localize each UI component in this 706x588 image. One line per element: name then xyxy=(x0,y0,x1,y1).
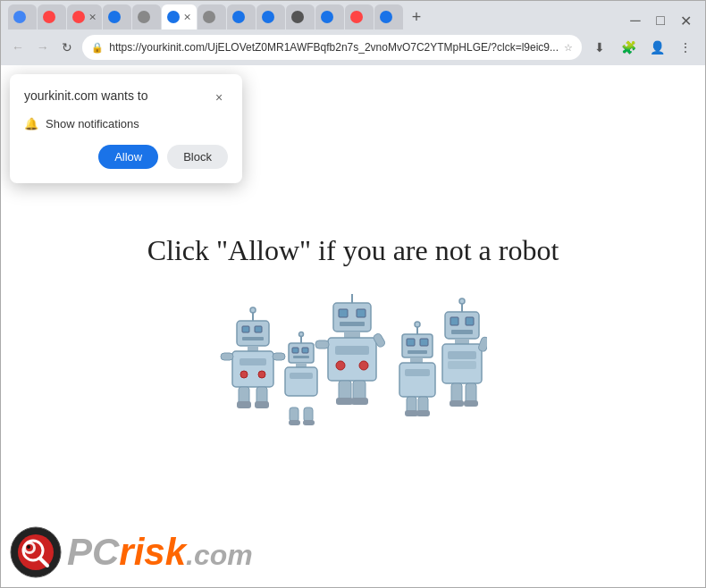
svg-rect-28 xyxy=(289,420,300,425)
svg-point-65 xyxy=(459,298,465,304)
tab-5[interactable] xyxy=(132,4,161,29)
address-bar[interactable]: 🔒 https://yourkinit.com/UjELOVetZ0MR1AWF… xyxy=(82,35,582,60)
nav-right-buttons: ⬇ 🧩 👤 ⋮ xyxy=(587,35,698,60)
svg-rect-24 xyxy=(285,367,317,396)
tab-active[interactable]: ⨯ xyxy=(162,4,197,29)
top-bar: ⨯ ⨯ xyxy=(1,1,705,65)
back-button[interactable]: ← xyxy=(8,35,28,60)
svg-rect-37 xyxy=(328,338,376,381)
svg-point-40 xyxy=(359,361,368,370)
tab-1[interactable] xyxy=(8,4,37,29)
svg-rect-49 xyxy=(420,339,428,346)
svg-rect-19 xyxy=(302,348,308,353)
pcrisk-com-text: .com xyxy=(186,539,253,572)
tab-favicon-8 xyxy=(232,11,245,23)
svg-rect-62 xyxy=(466,317,474,325)
tab-7[interactable] xyxy=(198,4,226,29)
svg-rect-13 xyxy=(237,401,251,408)
svg-rect-27 xyxy=(304,407,313,422)
page-heading: Click "Allow" if you are not a robot xyxy=(147,234,559,267)
svg-rect-33 xyxy=(340,322,365,326)
tab-favicon-10 xyxy=(291,11,304,23)
star-icon[interactable]: ☆ xyxy=(564,42,573,54)
new-tab-button[interactable]: + xyxy=(404,4,429,29)
tab-favicon-7 xyxy=(203,11,215,23)
notification-text: Show notifications xyxy=(46,117,139,130)
tab-12[interactable] xyxy=(345,4,374,29)
svg-rect-43 xyxy=(336,398,353,405)
svg-rect-50 xyxy=(408,350,427,354)
svg-rect-41 xyxy=(339,381,351,400)
tab-favicon-11 xyxy=(321,11,333,23)
tab-favicon-5 xyxy=(138,11,150,23)
restore-button[interactable]: □ xyxy=(651,12,669,29)
menu-button[interactable]: ⋮ xyxy=(673,35,698,60)
svg-rect-18 xyxy=(292,348,298,353)
download-button[interactable]: ⬇ xyxy=(587,35,612,60)
svg-point-10 xyxy=(258,371,265,378)
svg-rect-6 xyxy=(248,346,258,351)
address-text: https://yourkinit.com/UjELOVetZ0MR1AWFBq… xyxy=(109,41,559,54)
svg-rect-59 xyxy=(416,410,430,416)
svg-rect-3 xyxy=(242,337,264,340)
tab-13[interactable] xyxy=(374,4,403,29)
profile-button[interactable]: 👤 xyxy=(644,35,669,60)
svg-rect-45 xyxy=(315,340,329,349)
tab-favicon-13 xyxy=(380,11,392,23)
svg-rect-15 xyxy=(221,353,233,360)
svg-rect-0 xyxy=(237,321,269,346)
page-content: yourkinit.com wants to × 🔔 Show notifica… xyxy=(1,65,705,587)
svg-point-22 xyxy=(299,332,304,336)
pcrisk-icon xyxy=(10,526,62,578)
svg-point-79 xyxy=(27,545,30,549)
tab-10[interactable] xyxy=(286,4,315,29)
nav-bar: ← → ↻ 🔒 https://yourkinit.com/UjELOVetZ0… xyxy=(1,29,705,65)
tab-favicon-1 xyxy=(13,11,26,23)
lock-icon: 🔒 xyxy=(91,42,104,54)
tab-favicon-4 xyxy=(108,11,121,23)
svg-rect-72 xyxy=(450,400,464,407)
svg-rect-2 xyxy=(255,326,262,332)
tab-favicon-3 xyxy=(72,11,85,23)
svg-rect-1 xyxy=(242,326,249,332)
svg-rect-68 xyxy=(448,351,476,359)
svg-rect-36 xyxy=(344,332,360,338)
tab-favicon-2 xyxy=(43,11,55,23)
svg-rect-63 xyxy=(451,330,473,334)
tab-8[interactable] xyxy=(227,4,256,29)
tab-3[interactable]: ⨯ xyxy=(67,4,102,29)
svg-rect-66 xyxy=(455,339,469,344)
tab-favicon-active xyxy=(167,11,180,23)
pcrisk-risk-text: risk xyxy=(119,531,186,574)
tab-close-active[interactable]: ⨯ xyxy=(183,12,191,23)
svg-rect-8 xyxy=(240,358,266,365)
svg-point-39 xyxy=(336,361,345,370)
tab-4[interactable] xyxy=(103,4,131,29)
tabs-strip: ⨯ ⨯ xyxy=(1,1,705,29)
tab-11[interactable] xyxy=(315,4,344,29)
close-button[interactable]: ✕ xyxy=(677,12,694,29)
minimize-button[interactable]: ─ xyxy=(626,12,644,29)
svg-point-52 xyxy=(415,322,420,327)
popup-title: yourkinit.com wants to xyxy=(24,88,148,103)
popup-header: yourkinit.com wants to × xyxy=(24,88,228,106)
tab-2[interactable] xyxy=(38,4,66,29)
extensions-button[interactable]: 🧩 xyxy=(616,35,641,60)
pcrisk-logo: PC risk .com xyxy=(10,526,253,578)
allow-button[interactable]: Allow xyxy=(98,145,158,169)
reload-button[interactable]: ↻ xyxy=(58,35,78,60)
svg-rect-55 xyxy=(405,369,430,376)
svg-rect-16 xyxy=(273,353,285,360)
robots-illustration xyxy=(219,294,487,437)
browser-window: ⨯ ⨯ xyxy=(0,0,706,588)
popup-notification-item: 🔔 Show notifications xyxy=(24,117,228,130)
svg-rect-7 xyxy=(232,351,273,387)
svg-rect-32 xyxy=(357,309,366,317)
svg-point-5 xyxy=(250,307,256,313)
notification-popup: yourkinit.com wants to × 🔔 Show notifica… xyxy=(10,74,242,183)
popup-close-button[interactable]: × xyxy=(210,88,228,106)
tab-9[interactable] xyxy=(256,4,285,29)
block-button[interactable]: Block xyxy=(167,145,228,169)
svg-rect-71 xyxy=(466,383,476,403)
forward-button[interactable]: → xyxy=(33,35,53,60)
